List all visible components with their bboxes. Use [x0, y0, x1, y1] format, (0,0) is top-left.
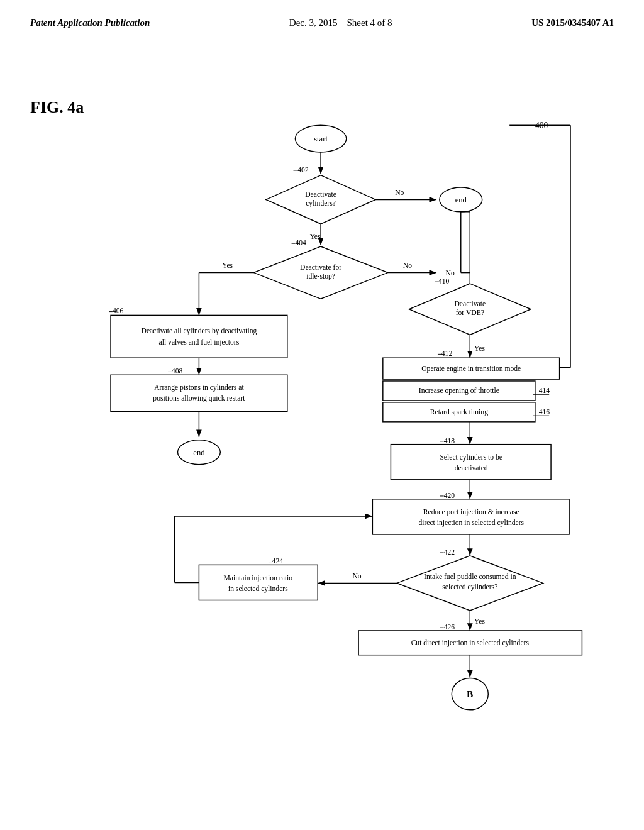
- svg-rect-28: [111, 375, 287, 411]
- yes-label-410: Yes: [474, 345, 485, 353]
- no-label-422: No: [352, 572, 361, 580]
- publication-date: Dec. 3, 2015: [289, 18, 338, 28]
- svg-text:idle-stop?: idle-stop?: [306, 272, 335, 280]
- n406-line1: Deactivate all cylinders by deactivating: [142, 327, 257, 335]
- svg-rect-38: [391, 445, 551, 480]
- label-426-num: 426: [444, 623, 455, 631]
- n416-label: Retard spark timing: [430, 408, 488, 416]
- n412-label: Operate engine in transition mode: [421, 365, 521, 373]
- publication-title: Patent Application Publication: [30, 18, 150, 28]
- no-label-402: No: [395, 189, 404, 197]
- n418-line1: Select cylinders to be: [440, 453, 502, 462]
- n424-line2: in selected cylinders: [228, 585, 288, 593]
- n414-num: 414: [539, 387, 550, 395]
- label-404-num: 404: [295, 239, 306, 247]
- header-center: Dec. 3, 2015 Sheet 4 of 8: [289, 18, 392, 28]
- flowchart-svg: 400 start 402 Deactivate cylinders? No e…: [0, 35, 644, 802]
- n424-line1: Maintain injection ratio: [224, 574, 293, 582]
- yes-label-404: Yes: [222, 262, 233, 270]
- end2-label: end: [193, 448, 205, 457]
- label-420-num: 420: [444, 492, 455, 500]
- n408-line2: positions allowing quick restart: [153, 394, 245, 402]
- label-422-num: 422: [444, 548, 455, 556]
- n410-label2: for VDE?: [456, 309, 484, 317]
- end1-label: end: [455, 196, 467, 204]
- label-412-num: 412: [441, 350, 453, 358]
- n408-line1: Arrange pistons in cylinders at: [154, 384, 244, 392]
- n416-num: 416: [539, 408, 550, 416]
- label-406-num: 406: [113, 307, 124, 315]
- patent-number: US 2015/0345407 A1: [531, 18, 614, 28]
- n422-line1: Intake fuel puddle consumed in: [424, 573, 516, 581]
- n420-line1: Reduce port injection & increase: [423, 508, 519, 516]
- n410-label1: Deactivate: [454, 300, 486, 308]
- n422-line2: selected cylinders?: [442, 583, 497, 591]
- label-418-num: 418: [444, 437, 455, 445]
- yes-label-422: Yes: [474, 617, 485, 626]
- start-label: start: [314, 135, 328, 143]
- sheet-info: Sheet 4 of 8: [347, 18, 392, 28]
- n406-line2: all valves and fuel injectors: [159, 338, 240, 346]
- yes-label-402: Yes: [310, 233, 321, 241]
- label-424-num: 424: [272, 557, 284, 565]
- n426-label: Cut direct injection in selected cylinde…: [411, 639, 530, 647]
- label-402-num: 402: [297, 166, 309, 174]
- svg-rect-41: [372, 499, 569, 534]
- main-content: FIG. 4a 400 start 402 Deactivate cylinde…: [0, 35, 644, 802]
- n420-line2: direct injection in selected cylinders: [418, 519, 524, 527]
- svg-rect-24: [111, 315, 287, 358]
- label-408-num: 408: [172, 367, 183, 375]
- b-label: B: [467, 689, 473, 699]
- svg-text:cylinders?: cylinders?: [306, 199, 336, 208]
- svg-rect-47: [199, 565, 318, 600]
- label-410-num: 410: [438, 277, 450, 285]
- n414-label: Increase opening of throttle: [419, 387, 499, 395]
- n418-line2: deactivated: [455, 464, 488, 472]
- n404-label: Deactivate for: [300, 263, 341, 272]
- no-label-404: No: [403, 262, 412, 270]
- n402-label: Deactivate: [305, 191, 336, 199]
- page-header: Patent Application Publication Dec. 3, 2…: [0, 0, 644, 35]
- no-label-410-top: No: [446, 269, 455, 277]
